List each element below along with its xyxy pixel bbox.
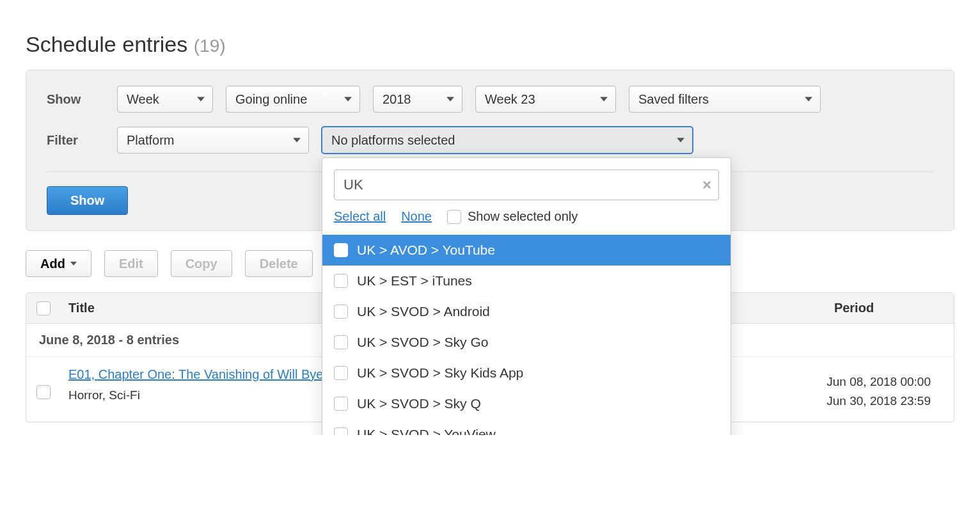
week-select[interactable]: Week 23	[475, 86, 616, 113]
period-mode-value: Week	[127, 92, 159, 107]
select-all-link[interactable]: Select all	[334, 209, 386, 224]
platform-option[interactable]: UK > SVOD > YouView	[322, 419, 731, 435]
option-checkbox[interactable]	[334, 397, 348, 411]
page-title-text: Schedule entries	[26, 32, 187, 56]
column-period: Period	[764, 301, 944, 315]
platform-option[interactable]: UK > SVOD > Android	[322, 296, 731, 327]
show-button[interactable]: Show	[47, 186, 128, 215]
chevron-down-icon	[344, 97, 352, 102]
platform-option[interactable]: UK > SVOD > Sky Q	[322, 388, 731, 419]
platform-option[interactable]: UK > AVOD > YouTube	[322, 235, 731, 266]
copy-button[interactable]: Copy	[171, 250, 232, 277]
chevron-down-icon	[600, 97, 608, 102]
option-checkbox[interactable]	[334, 274, 348, 288]
chevron-down-icon	[677, 138, 684, 143]
period-start: Jun 08, 2018 00:00	[764, 372, 931, 392]
period-end: Jun 30, 2018 23:59	[764, 392, 931, 411]
platform-option[interactable]: UK > SVOD > Sky Kids App	[322, 358, 731, 388]
show-selected-only-toggle[interactable]: Show selected only	[447, 209, 578, 224]
show-label: Show	[47, 92, 104, 107]
option-label: UK > SVOD > YouView	[357, 427, 496, 435]
select-all-checkbox[interactable]	[36, 301, 51, 315]
add-button[interactable]: Add	[26, 250, 91, 277]
year-select[interactable]: 2018	[373, 86, 462, 113]
platform-select-label: No platforms selected	[331, 133, 455, 148]
status-select[interactable]: Going online	[226, 86, 360, 113]
chevron-down-icon	[447, 97, 454, 102]
filter-type-select[interactable]: Platform	[117, 127, 309, 154]
option-label: UK > SVOD > Sky Go	[357, 335, 488, 350]
option-checkbox[interactable]	[334, 335, 348, 349]
year-value: 2018	[383, 92, 411, 107]
filter-row: Filter Platform No platforms selected ×	[47, 127, 933, 154]
status-value: Going online	[235, 92, 307, 107]
option-checkbox[interactable]	[334, 427, 348, 435]
option-label: UK > SVOD > Sky Q	[357, 396, 481, 411]
saved-filters-value: Saved filters	[638, 92, 709, 107]
option-checkbox[interactable]	[334, 243, 348, 257]
option-checkbox[interactable]	[334, 366, 348, 380]
show-row: Show Week Going online 2018 Week 23 Save…	[47, 86, 933, 113]
filter-label: Filter	[47, 133, 104, 148]
chevron-down-icon	[70, 262, 77, 266]
option-label: UK > AVOD > YouTube	[357, 242, 495, 258]
option-label: UK > EST > iTunes	[357, 273, 472, 289]
chevron-down-icon	[805, 97, 812, 102]
select-none-link[interactable]: None	[401, 209, 432, 224]
filter-panel: Show Week Going online 2018 Week 23 Save…	[26, 70, 954, 231]
platform-option[interactable]: UK > SVOD > Sky Go	[322, 327, 731, 358]
filter-type-value: Platform	[127, 133, 174, 148]
add-label: Add	[40, 257, 65, 271]
chevron-down-icon	[197, 97, 205, 102]
platform-dropdown: × Select all None Show selected only	[322, 157, 731, 435]
saved-filters-select[interactable]: Saved filters	[629, 86, 821, 113]
period-mode-select[interactable]: Week	[117, 86, 213, 113]
clear-icon[interactable]: ×	[702, 176, 711, 194]
page-title: Schedule entries (19)	[26, 32, 954, 57]
option-label: UK > SVOD > Sky Kids App	[357, 365, 523, 381]
show-selected-only-checkbox[interactable]	[447, 210, 461, 224]
chevron-down-icon	[293, 138, 301, 143]
delete-button[interactable]: Delete	[245, 250, 313, 277]
show-selected-only-label: Show selected only	[468, 209, 578, 224]
platform-option[interactable]: UK > EST > iTunes	[322, 266, 731, 296]
week-value: Week 23	[485, 92, 535, 107]
option-label: UK > SVOD > Android	[357, 304, 490, 319]
page-count: (19)	[194, 36, 226, 56]
platform-multiselect[interactable]: No platforms selected	[322, 127, 693, 154]
edit-button[interactable]: Edit	[104, 250, 158, 277]
row-checkbox[interactable]	[36, 385, 51, 399]
platform-option-list: UK > AVOD > YouTube UK > EST > iTunes UK…	[322, 234, 731, 435]
option-checkbox[interactable]	[334, 305, 348, 319]
platform-search-input[interactable]	[334, 170, 719, 200]
